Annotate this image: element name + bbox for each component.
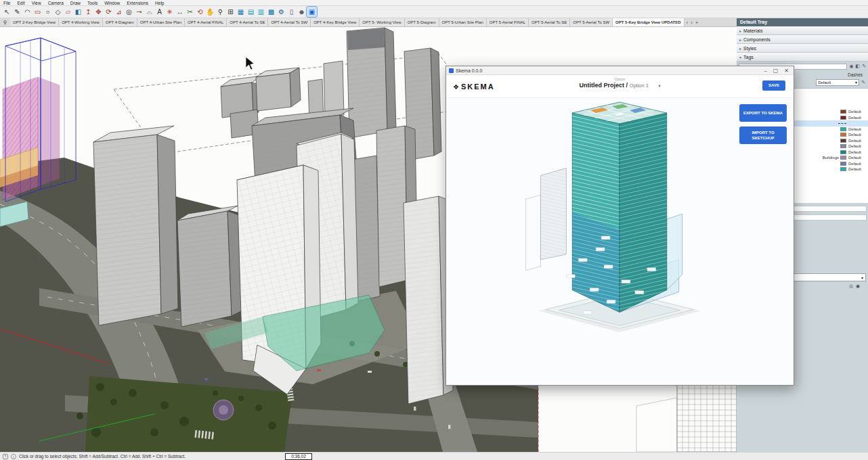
save-button[interactable]: SAVE — [762, 80, 785, 91]
eye-icon[interactable]: ◎ — [849, 283, 853, 289]
tag-color-swatch[interactable] — [840, 110, 846, 114]
arc-tool[interactable]: ◠ — [22, 7, 32, 17]
tag-color-swatch[interactable] — [840, 127, 846, 131]
ext-settings-icon[interactable]: ⚙ — [276, 7, 286, 17]
edit-style-icon[interactable]: ✎ — [862, 64, 866, 69]
ext-model-icon[interactable]: ▤ — [246, 7, 256, 17]
zoom-extents-tool[interactable]: ⊞ — [225, 7, 236, 17]
tray-section-styles[interactable]: ▸Styles — [737, 44, 868, 53]
push-pull-tool[interactable]: ↥ — [83, 7, 93, 17]
dimension-tool[interactable]: ↔ — [175, 7, 185, 17]
new-document-icon[interactable]: ▯ — [286, 7, 297, 17]
tag-color-swatch[interactable] — [840, 162, 846, 166]
polygon-tool[interactable]: ◇ — [53, 7, 63, 17]
scene-tab[interactable]: OPT 4-Diagram — [103, 18, 137, 26]
tag-color-swatch[interactable] — [840, 150, 846, 154]
tag-color-swatch[interactable] — [840, 156, 846, 160]
close-icon[interactable]: ✕ — [784, 68, 789, 74]
skema-titlebar[interactable]: Skema 0.0.0 – ▢ ✕ — [446, 66, 794, 75]
minimize-icon[interactable]: – — [764, 68, 766, 74]
ext-analysis-icon[interactable]: ▥ — [256, 7, 266, 17]
menu-view[interactable]: View — [28, 1, 45, 5]
ext-layout-icon[interactable]: ▦ — [236, 7, 246, 17]
orbit-tool[interactable]: ⟲ — [195, 7, 205, 17]
menu-window[interactable]: Window — [101, 1, 123, 5]
scene-tab[interactable]: OPT 4-Aerial To SE — [227, 18, 268, 26]
tray-section-materials[interactable]: ▸Materials — [737, 26, 868, 35]
sample-paint-icon[interactable]: ◉ — [849, 64, 853, 69]
tag-color-swatch[interactable] — [840, 133, 846, 137]
menu-help[interactable]: Help — [152, 1, 167, 5]
tray-sections: ▸Materials▸Components▸Styles▾Tags — [737, 26, 868, 62]
tape-measure-tool[interactable]: ⊸ — [134, 7, 144, 17]
info-icon[interactable]: i — [11, 454, 16, 459]
project-selector[interactable]: Untitled Project / Option 1 ▾ — [446, 82, 794, 89]
skema-header: ❖ SKEMA Option Untitled Project / Option… — [446, 75, 794, 98]
dash-preview[interactable] — [838, 123, 846, 124]
rotate-tool[interactable]: ⟳ — [104, 7, 114, 17]
pencil-icon[interactable]: ✎ — [861, 80, 865, 85]
import-to-sketchup-button[interactable]: IMPORT TO SKETCHUP — [739, 127, 787, 144]
tag-color-swatch[interactable] — [840, 144, 846, 148]
status-bar: ? i Click or drag to select objects. Shi… — [0, 452, 868, 460]
text-tool[interactable]: A — [154, 7, 165, 17]
scene-tab[interactable]: OPT 4-Aerial To SW — [268, 18, 311, 26]
scene-tab[interactable]: OPT 5-Urban Site Plan — [439, 18, 487, 26]
axes-tool[interactable]: ✳ — [165, 7, 175, 17]
menu-extensions[interactable]: Extensions — [123, 1, 152, 5]
eraser-tool[interactable]: ▱ — [63, 7, 73, 17]
paint-bucket-icon[interactable]: ◧ — [856, 64, 861, 69]
circle-tool[interactable]: ○ — [43, 7, 53, 17]
menu-edit[interactable]: Edit — [14, 1, 28, 5]
scene-tab[interactable]: OPT 2-Key Bridge View — [10, 18, 59, 26]
scene-tab[interactable]: OPT 5-Aerial FINAL — [487, 18, 529, 26]
line-tool[interactable]: ✎ — [12, 7, 22, 17]
menu-draw[interactable]: Draw — [67, 1, 84, 5]
export-to-skema-button[interactable]: EXPORT TO SKEMA — [739, 104, 787, 122]
menu-file[interactable]: File — [0, 1, 14, 5]
tag-color-swatch[interactable] — [840, 116, 846, 120]
eye-icon-2[interactable]: ◉ — [856, 283, 860, 289]
scene-tab[interactable]: OPT 4-Urban Site Plan — [137, 18, 185, 26]
pan-tool[interactable]: ✋ — [205, 7, 215, 17]
status-hint: Click or drag to select objects. Shift =… — [19, 454, 186, 459]
dashes-select[interactable]: Default ▾ — [816, 79, 859, 86]
scale-tool[interactable]: ⊿ — [114, 7, 124, 17]
tag-dashes-value: Default — [848, 162, 866, 166]
rectangle-tool[interactable]: ▭ — [32, 7, 43, 17]
help-icon[interactable]: ? — [3, 454, 8, 459]
scene-tab[interactable]: OPT 5-Aerial To SW — [570, 18, 613, 26]
search-icon[interactable]: ⚲ — [0, 18, 10, 26]
add-scene-icon[interactable]: + — [695, 20, 699, 26]
tray-section-tags[interactable]: ▾Tags — [737, 53, 868, 62]
maximize-icon[interactable]: ▢ — [773, 68, 779, 74]
move-tool[interactable]: ✥ — [93, 7, 104, 17]
skema-canvas[interactable]: EXPORT TO SKEMA IMPORT TO SKETCHUP — [446, 98, 794, 385]
scene-tab[interactable]: OPT 5-Aerial To SE — [529, 18, 570, 26]
scene-tab[interactable]: OPT 4-Key Bridge View — [311, 18, 360, 26]
menu-tools[interactable]: Tools — [84, 1, 101, 5]
scene-tab[interactable]: OPT 5- Working View — [360, 18, 404, 26]
scene-tab[interactable]: OPT 4-Aerial FINAL — [185, 18, 227, 26]
offset-tool[interactable]: ◎ — [124, 7, 134, 17]
scene-tab[interactable]: OPT 5-Diagram — [405, 18, 439, 26]
tag-dashes-value: Default — [848, 110, 866, 114]
scene-tab[interactable]: OPT 5-Key Bridge View UPDATED — [613, 18, 684, 26]
paint-bucket-tool[interactable]: ◧ — [73, 7, 83, 17]
tabs-nav: ‹ › + — [685, 18, 701, 26]
scroll-right-icon[interactable]: › — [691, 20, 693, 26]
select-tool[interactable]: ↖ — [2, 7, 12, 17]
skema-extension-button[interactable]: ▣ — [307, 7, 317, 17]
tag-color-swatch[interactable] — [840, 139, 846, 143]
scroll-left-icon[interactable]: ‹ — [687, 20, 689, 26]
user-profile-icon[interactable]: ☻ — [297, 7, 307, 17]
protractor-tool[interactable]: ⌓ — [144, 7, 154, 17]
option-value: Option 1 — [630, 83, 649, 89]
section-plane-tool[interactable]: ✂ — [185, 7, 195, 17]
menu-camera[interactable]: Camera — [45, 1, 67, 5]
zoom-tool[interactable]: ⚲ — [215, 7, 225, 17]
tray-section-components[interactable]: ▸Components — [737, 35, 868, 44]
ext-mesh-icon[interactable]: ▩ — [266, 7, 276, 17]
tag-color-swatch[interactable] — [840, 167, 846, 171]
scene-tab[interactable]: OPT 4-Working View — [59, 18, 103, 26]
